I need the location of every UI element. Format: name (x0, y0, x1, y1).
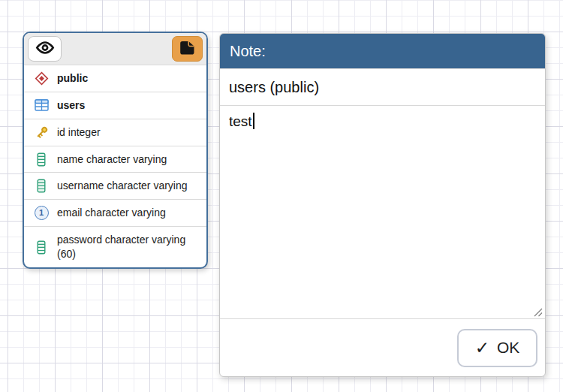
column-row-name[interactable]: name character varying (24, 146, 206, 173)
column-label: username character varying (57, 179, 191, 193)
primary-key-icon (33, 125, 50, 140)
ok-button[interactable]: ✓ OK (457, 329, 537, 367)
note-dialog-footer: ✓ OK (220, 318, 545, 376)
note-dialog-title: Note: (230, 43, 266, 60)
note-dialog: Note: users (public) test ✓ OK (219, 33, 546, 377)
table-name-row[interactable]: users (24, 92, 206, 119)
table-icon (33, 99, 50, 111)
table-node-toolbar (24, 33, 206, 65)
column-row-id[interactable]: id integer (24, 119, 206, 146)
column-icon (33, 240, 50, 255)
note-icon (179, 41, 195, 58)
check-icon: ✓ (475, 339, 489, 357)
note-textarea[interactable]: test (220, 106, 545, 318)
column-label: id integer (57, 125, 191, 140)
note-text: test (229, 113, 252, 129)
column-label: name character varying (57, 152, 191, 167)
column-label: password character varying (60) (57, 233, 191, 261)
column-row-email[interactable]: 1 email character varying (24, 199, 206, 226)
column-label: email character varying (57, 206, 191, 220)
table-label: users (57, 98, 191, 113)
text-cursor (253, 113, 254, 129)
unique-badge: 1 (35, 206, 49, 220)
schema-icon (33, 71, 50, 86)
note-dialog-header: Note: (220, 34, 545, 68)
resize-handle-icon[interactable] (531, 305, 543, 317)
schema-row[interactable]: public (24, 65, 206, 92)
column-icon (33, 179, 50, 193)
show-details-button[interactable] (28, 36, 62, 62)
ok-button-label: OK (497, 339, 519, 357)
schema-label: public (57, 71, 191, 86)
column-icon (33, 152, 50, 167)
column-row-password[interactable]: password character varying (60) (24, 226, 206, 267)
note-dialog-subtitle: users (public) (220, 68, 545, 106)
eye-icon (35, 41, 55, 57)
column-row-username[interactable]: username character varying (24, 172, 206, 199)
table-node-users[interactable]: public users id integer (23, 32, 208, 269)
note-button[interactable] (172, 36, 203, 62)
unique-icon: 1 (33, 206, 50, 220)
